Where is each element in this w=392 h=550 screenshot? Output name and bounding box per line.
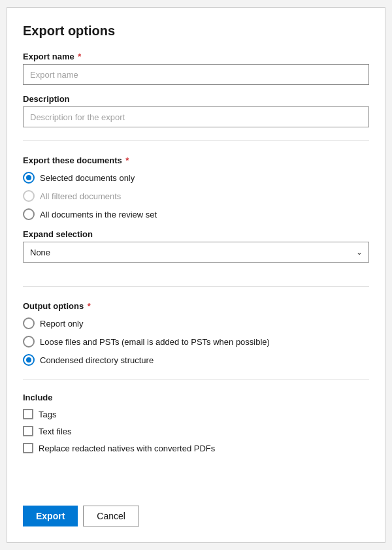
- export-name-input[interactable]: [23, 64, 369, 85]
- export-documents-radio-group: Selected documents only All filtered doc…: [23, 172, 369, 220]
- export-name-field: Export name *: [23, 52, 369, 85]
- include-section: Include Tags Text files Replace redacted…: [23, 389, 369, 466]
- radio-selected-documents[interactable]: Selected documents only: [23, 172, 369, 184]
- radio-selected-circle: [23, 172, 35, 184]
- radio-loose-circle: [23, 336, 35, 348]
- output-options-section: Output options * Report only Loose files…: [23, 296, 369, 375]
- description-field: Description: [23, 94, 369, 127]
- radio-all-circle: [23, 208, 35, 220]
- radio-selected-label: Selected documents only: [40, 173, 135, 183]
- checkbox-replace-redacted[interactable]: Replace redacted natives with converted …: [23, 443, 369, 453]
- radio-condensed-label: Condensed directory structure: [40, 355, 154, 365]
- checkbox-text-files[interactable]: Text files: [23, 426, 369, 436]
- radio-condensed[interactable]: Condensed directory structure: [23, 354, 369, 366]
- expand-selection-dropdown[interactable]: None: [23, 242, 369, 263]
- description-input[interactable]: [23, 106, 369, 127]
- cancel-button[interactable]: Cancel: [83, 506, 139, 526]
- radio-all-label: All documents in the review set: [40, 210, 157, 219]
- radio-filtered-label: All filtered documents: [40, 191, 121, 201]
- checkbox-tags-label: Tags: [39, 410, 56, 419]
- radio-loose-label: Loose files and PSTs (email is added to …: [40, 337, 270, 347]
- dialog-title: Export options: [23, 24, 369, 39]
- required-star-name: *: [76, 52, 82, 61]
- radio-filtered-circle: [23, 190, 35, 202]
- output-options-label: Output options *: [23, 301, 369, 311]
- required-star-output: *: [85, 301, 91, 311]
- export-documents-section: Export these documents * Selected docume…: [23, 150, 369, 229]
- expand-selection-field: Expand selection None ⌄: [23, 229, 369, 273]
- radio-condensed-circle: [23, 354, 35, 366]
- export-options-dialog: Export options Export name * Description…: [7, 7, 385, 543]
- required-star-docs: *: [123, 155, 129, 165]
- dialog-footer: Export Cancel: [23, 490, 369, 526]
- divider-3: [23, 379, 369, 380]
- export-name-label: Export name *: [23, 52, 369, 61]
- checkbox-replace-redacted-box: [23, 443, 33, 453]
- include-checkbox-group: Tags Text files Replace redacted natives…: [23, 409, 369, 453]
- radio-report-circle: [23, 317, 35, 329]
- expand-selection-wrapper: None ⌄: [23, 242, 369, 263]
- checkbox-replace-redacted-label: Replace redacted natives with converted …: [39, 444, 215, 453]
- radio-all-documents[interactable]: All documents in the review set: [23, 208, 369, 220]
- radio-loose-files[interactable]: Loose files and PSTs (email is added to …: [23, 336, 369, 348]
- checkbox-text-files-label: Text files: [39, 427, 72, 436]
- radio-report-label: Report only: [40, 319, 83, 329]
- checkbox-text-files-box: [23, 426, 33, 436]
- checkbox-tags[interactable]: Tags: [23, 409, 369, 419]
- divider-2: [23, 286, 369, 287]
- description-label: Description: [23, 94, 369, 104]
- radio-all-filtered: All filtered documents: [23, 190, 369, 202]
- export-documents-label: Export these documents *: [23, 155, 369, 165]
- checkbox-tags-box: [23, 409, 33, 419]
- expand-selection-label: Expand selection: [23, 229, 369, 239]
- output-options-radio-group: Report only Loose files and PSTs (email …: [23, 317, 369, 366]
- include-label: Include: [23, 393, 369, 402]
- export-button[interactable]: Export: [23, 506, 78, 526]
- divider-1: [23, 140, 369, 141]
- radio-report-only[interactable]: Report only: [23, 317, 369, 329]
